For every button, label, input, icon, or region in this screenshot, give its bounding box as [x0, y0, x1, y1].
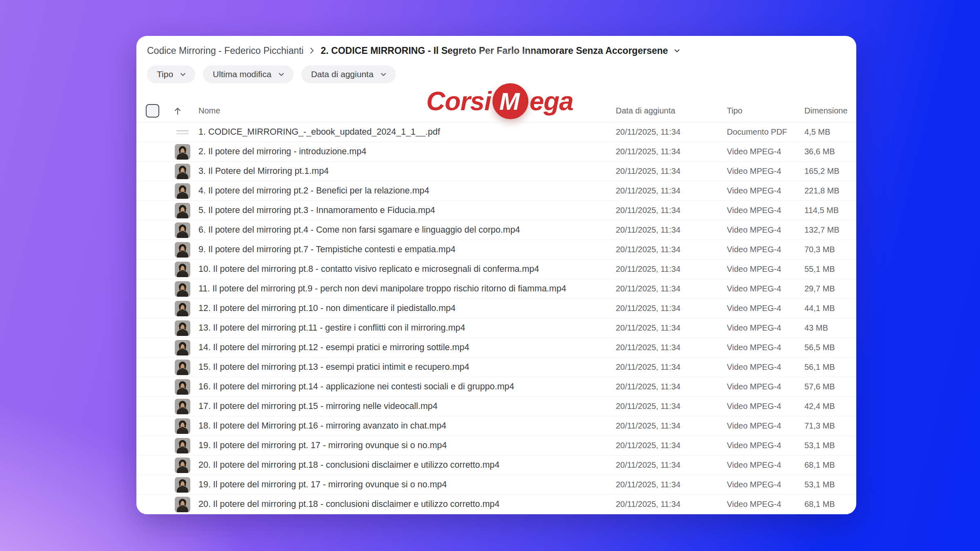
file-list: 1. CODICE_MIRRORING_-_ebook_updated_2024… — [136, 122, 856, 514]
file-row[interactable]: 2. Il potere del mirroring - introduzion… — [136, 142, 856, 162]
file-row[interactable]: 18. Il potere del Mirroring pt.16 - mirr… — [136, 416, 856, 436]
file-type: Video MPEG-4 — [727, 186, 804, 196]
row-icon-cell — [172, 399, 198, 414]
row-icon-cell — [172, 203, 198, 218]
row-icon-cell — [172, 144, 198, 160]
file-row[interactable]: 16. Il potere del mirroring pt.14 - appl… — [136, 377, 856, 397]
file-date-added: 20/11/2025, 11:34 — [616, 362, 727, 372]
pdf-document-icon — [175, 124, 190, 140]
file-type: Video MPEG-4 — [727, 480, 804, 489]
filter-chip-bar: Tipo Ultima modifica Data di aggiunta — [147, 65, 396, 83]
file-row[interactable]: 13. Il potere del mirroring pt.11 - gest… — [136, 318, 856, 338]
file-type: Video MPEG-4 — [727, 500, 804, 509]
file-size: 4,5 MB — [804, 127, 847, 137]
file-row[interactable]: 6. Il potere del mirroring pt.4 - Come n… — [136, 220, 856, 240]
video-thumbnail — [175, 320, 190, 336]
row-icon-cell — [172, 281, 198, 297]
file-type: Video MPEG-4 — [727, 460, 804, 470]
video-thumbnail — [175, 477, 190, 493]
chevron-right-icon — [307, 46, 316, 55]
row-icon-cell — [172, 379, 198, 395]
file-row[interactable]: 14. Il potere del mirroring pt.12 - esem… — [136, 338, 856, 358]
file-name: 19. Il potere del mirroring pt. 17 - mir… — [198, 440, 616, 451]
video-thumbnail — [175, 399, 190, 414]
file-date-added: 20/11/2025, 11:34 — [616, 186, 727, 196]
row-icon-cell — [172, 242, 198, 258]
video-thumbnail — [175, 203, 190, 218]
file-row[interactable]: 19. Il potere del mirroring pt. 17 - mir… — [136, 436, 856, 455]
chevron-down-icon — [277, 70, 285, 78]
chevron-down-icon[interactable] — [672, 46, 682, 56]
file-browser-card: Codice Mirroring - Federico Picchianti 2… — [136, 36, 856, 514]
filter-chip[interactable]: Ultima modifica — [203, 65, 294, 83]
file-name: 15. Il potere del mirroring pt.13 - esem… — [198, 362, 616, 372]
breadcrumb-current-folder[interactable]: 2. CODICE MIRRORING - Il Segreto Per Far… — [321, 45, 668, 56]
sort-ascending-icon[interactable] — [172, 106, 198, 116]
row-icon-cell — [172, 262, 198, 277]
file-name: 20. Il potere del mirroring pt.18 - conc… — [198, 460, 616, 470]
file-name: 12. Il potere del mirroring pt.10 - non … — [198, 303, 616, 313]
file-type: Video MPEG-4 — [727, 225, 804, 235]
file-name: 17. Il potere del mirroring pt.15 - mirr… — [198, 401, 616, 411]
select-all-checkbox[interactable] — [146, 104, 159, 118]
file-name: 1. CODICE_MIRRORING_-_ebook_updated_2024… — [198, 127, 616, 137]
column-header-data-di-aggiunta[interactable]: Data di aggiunta — [616, 106, 727, 116]
file-type: Video MPEG-4 — [727, 167, 804, 176]
file-name: 19. Il potere del mirroring pt. 17 - mir… — [198, 480, 616, 490]
video-thumbnail — [175, 438, 190, 453]
file-date-added: 20/11/2025, 11:34 — [616, 323, 727, 333]
file-type: Video MPEG-4 — [727, 323, 804, 333]
file-row[interactable]: 17. Il potere del mirroring pt.15 - mirr… — [136, 397, 856, 416]
file-row[interactable]: 5. Il potere del mirroring pt.3 - Innamo… — [136, 201, 856, 220]
file-date-added: 20/11/2025, 11:34 — [616, 343, 727, 352]
file-row[interactable]: 4. Il potere del mirroring pt.2 - Benefi… — [136, 181, 856, 201]
video-thumbnail — [175, 340, 190, 355]
file-row[interactable]: 15. Il potere del mirroring pt.13 - esem… — [136, 358, 856, 377]
file-name: 9. Il potere del mirroring pt.7 - Tempis… — [198, 244, 616, 255]
file-size: 68,1 MB — [804, 500, 847, 509]
filter-chip[interactable]: Data di aggiunta — [301, 65, 396, 83]
file-size: 221,8 MB — [804, 186, 847, 196]
file-size: 53,1 MB — [804, 441, 847, 450]
file-date-added: 20/11/2025, 11:34 — [616, 460, 727, 470]
file-row[interactable]: 9. Il potere del mirroring pt.7 - Tempis… — [136, 240, 856, 260]
file-row[interactable]: 20. Il potere del mirroring pt.18 - conc… — [136, 495, 856, 514]
file-size: 43 MB — [804, 323, 847, 333]
file-name: 10. Il potere del mirroring pt.8 - conta… — [198, 264, 616, 274]
file-row[interactable]: 19. Il potere del mirroring pt. 17 - mir… — [136, 475, 856, 495]
file-name: 18. Il potere del Mirroring pt.16 - mirr… — [198, 421, 616, 431]
file-row[interactable]: 20. Il potere del mirroring pt.18 - conc… — [136, 455, 856, 475]
file-name: 4. Il potere del mirroring pt.2 - Benefi… — [198, 186, 616, 196]
file-size: 68,1 MB — [804, 460, 847, 470]
column-header-nome[interactable]: Nome — [198, 106, 616, 116]
file-name: 5. Il potere del mirroring pt.3 - Innamo… — [198, 205, 616, 216]
file-row[interactable]: 11. Il potere del mirroring pt.9 - perch… — [136, 279, 856, 299]
filter-chip[interactable]: Tipo — [147, 65, 195, 83]
file-size: 53,1 MB — [804, 480, 847, 489]
file-date-added: 20/11/2025, 11:34 — [616, 127, 727, 137]
file-type: Video MPEG-4 — [727, 284, 804, 293]
file-size: 57,6 MB — [804, 382, 847, 391]
file-row[interactable]: 3. Il Potere del Mirroring pt.1.mp4 20/1… — [136, 162, 856, 181]
column-header-tipo[interactable]: Tipo — [727, 106, 804, 116]
video-thumbnail — [175, 360, 190, 375]
file-name: 20. Il potere del mirroring pt.18 - conc… — [198, 499, 616, 509]
row-icon-cell — [172, 477, 198, 493]
breadcrumb-parent-folder[interactable]: Codice Mirroring - Federico Picchianti — [147, 45, 303, 56]
row-icon-cell — [172, 301, 198, 316]
column-header-dimensione[interactable]: Dimensione — [804, 106, 847, 116]
file-date-added: 20/11/2025, 11:34 — [616, 304, 727, 313]
row-icon-cell — [172, 124, 198, 140]
file-name: 6. Il potere del mirroring pt.4 - Come n… — [198, 225, 616, 235]
file-type: Video MPEG-4 — [727, 343, 804, 352]
file-row[interactable]: 1. CODICE_MIRRORING_-_ebook_updated_2024… — [136, 122, 856, 142]
file-date-added: 20/11/2025, 11:34 — [616, 245, 727, 254]
file-row[interactable]: 12. Il potere del mirroring pt.10 - non … — [136, 299, 856, 318]
file-date-added: 20/11/2025, 11:34 — [616, 421, 727, 431]
video-thumbnail — [175, 183, 190, 199]
file-type: Video MPEG-4 — [727, 245, 804, 254]
file-row[interactable]: 10. Il potere del mirroring pt.8 - conta… — [136, 260, 856, 279]
row-icon-cell — [172, 222, 198, 238]
file-type: Video MPEG-4 — [727, 402, 804, 411]
chevron-down-icon — [379, 70, 388, 78]
